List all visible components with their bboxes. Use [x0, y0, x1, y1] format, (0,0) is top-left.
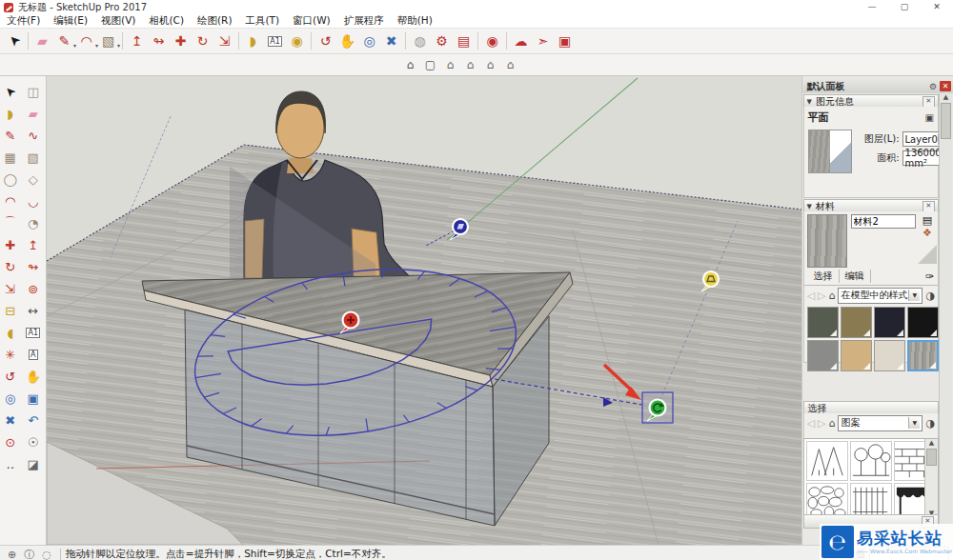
- dimension-tool[interactable]: ↔: [24, 301, 43, 320]
- eraser-tool[interactable]: ▰: [31, 30, 53, 51]
- chevron-down-icon[interactable]: ▼: [908, 290, 920, 301]
- scroll-up-icon[interactable]: ▲: [943, 93, 948, 101]
- eyedropper-icon[interactable]: ✑: [925, 270, 934, 283]
- select-tool[interactable]: ➤: [3, 30, 25, 51]
- menu-item-4[interactable]: 绘图(R): [191, 14, 239, 28]
- offset-tool[interactable]: ⊚: [24, 279, 43, 298]
- viewport-3d[interactable]: [47, 76, 801, 545]
- rotated-rectangle-tool[interactable]: ▧: [24, 148, 43, 167]
- send-to-layout-icon[interactable]: ▤: [453, 30, 475, 51]
- materials-close-button[interactable]: ✕: [923, 201, 935, 212]
- material-sample-tool[interactable]: ◉: [286, 30, 308, 51]
- line-tool[interactable]: ✎▾: [53, 30, 75, 51]
- tab-edit[interactable]: 编辑: [840, 270, 871, 283]
- maximize-button[interactable]: ▢: [888, 0, 921, 14]
- forward-arrow-icon[interactable]: ▷: [818, 290, 825, 302]
- push-pull-tool[interactable]: ↥: [24, 235, 43, 254]
- tray-close-button[interactable]: ✕: [940, 81, 951, 91]
- tape-measure-tool[interactable]: ⊟: [1, 301, 20, 320]
- move-tool[interactable]: ✚: [1, 235, 20, 254]
- geolocation-pin-icon[interactable]: ◉: [481, 30, 503, 51]
- tray-pin-icon[interactable]: ⚙: [929, 82, 937, 91]
- scale-tool[interactable]: ⇲: [213, 30, 235, 51]
- protractor-tool[interactable]: ◖: [1, 323, 20, 342]
- follow-me-tool[interactable]: ↬: [148, 30, 170, 51]
- geolocation-icon[interactable]: ⊕: [8, 549, 16, 560]
- back-arrow-icon[interactable]: ◁: [807, 417, 815, 430]
- scroll-thumb[interactable]: [941, 103, 951, 139]
- patterns-collection-select[interactable]: 图案 ▼: [838, 415, 923, 431]
- rotate-tool[interactable]: ↻: [1, 257, 20, 276]
- menu-item-5[interactable]: 工具(T): [238, 14, 286, 28]
- menu-item-6[interactable]: 窗口(W): [286, 14, 337, 28]
- polygon-tool[interactable]: ◇: [24, 170, 43, 189]
- zoom-extents-tool[interactable]: ✖: [1, 410, 20, 430]
- orbit-tool[interactable]: ↺: [314, 30, 336, 51]
- section-plane-tool[interactable]: ◪: [24, 454, 43, 473]
- paint-bucket-tool[interactable]: ◗: [1, 104, 20, 123]
- tray-title-bar[interactable]: 默认面板 ⚙ ✕: [802, 79, 953, 93]
- close-button[interactable]: ✕: [921, 0, 953, 14]
- collapse-arrow-icon[interactable]: ▼: [807, 203, 812, 210]
- menu-item-0[interactable]: 文件(F): [0, 14, 47, 28]
- position-camera-tool[interactable]: ⊙: [1, 432, 20, 451]
- entity-info-close-button[interactable]: ✕: [923, 96, 935, 108]
- paint-bucket-tool[interactable]: ◗: [242, 30, 264, 51]
- line-tool[interactable]: ✎: [1, 126, 20, 145]
- zoom-window-tool[interactable]: ▣: [24, 389, 43, 408]
- orbit-tool[interactable]: ↺: [1, 367, 20, 386]
- collapse-arrow-icon[interactable]: ▼: [807, 98, 812, 106]
- chevron-down-icon[interactable]: ▼: [908, 417, 920, 429]
- menu-item-7[interactable]: 扩展程序: [337, 14, 391, 28]
- select-tool[interactable]: ➤: [1, 82, 20, 101]
- right-view-button[interactable]: ⌂: [460, 56, 480, 74]
- scale-tool[interactable]: ⇲: [1, 279, 20, 298]
- route-pin-icon[interactable]: ➣: [532, 30, 554, 51]
- credits-icon[interactable]: ⓘ: [24, 548, 34, 560]
- look-around-tool[interactable]: ☉: [24, 432, 43, 451]
- two-point-arc-tool[interactable]: ◡: [24, 191, 43, 210]
- eraser-tool[interactable]: ▰: [24, 104, 43, 123]
- material-name-input[interactable]: [851, 214, 916, 229]
- create-material-icon[interactable]: ❖: [923, 227, 932, 239]
- text-tool[interactable]: A1: [264, 30, 286, 51]
- text-tool[interactable]: A1: [24, 323, 43, 342]
- trellis-pattern[interactable]: [850, 483, 892, 518]
- threed-text-tool[interactable]: A: [24, 345, 43, 364]
- back-view-button[interactable]: ⌂: [480, 56, 500, 74]
- move-tool[interactable]: ✚: [170, 30, 192, 51]
- menu-item-3[interactable]: 相机(C): [142, 14, 191, 28]
- swatch-olive[interactable]: [841, 307, 872, 338]
- swatch-gray[interactable]: [807, 340, 839, 371]
- details-icon[interactable]: ◑: [925, 417, 935, 430]
- scroll-up-icon[interactable]: ▲: [929, 439, 934, 447]
- swatch-dark-green-gray[interactable]: [807, 307, 839, 338]
- menu-item-1[interactable]: 编辑(E): [47, 14, 94, 28]
- previous-view-tool[interactable]: ↶: [24, 410, 43, 430]
- menu-item-8[interactable]: 帮助(H): [391, 14, 439, 28]
- front-view-button[interactable]: ⌂: [440, 56, 460, 74]
- report-icon[interactable]: ▣: [554, 30, 576, 51]
- home-icon[interactable]: ⌂: [828, 290, 835, 302]
- details-icon[interactable]: ◑: [925, 290, 935, 302]
- left-view-button[interactable]: ⌂: [500, 56, 520, 74]
- swatch-dark-navy[interactable]: [874, 307, 905, 338]
- back-arrow-icon[interactable]: ◁: [807, 290, 815, 302]
- stone-pattern[interactable]: [806, 483, 848, 518]
- round-trees-pattern[interactable]: [850, 441, 892, 481]
- pan-tool[interactable]: ✋: [24, 367, 43, 386]
- iso-view-button[interactable]: ⌂: [400, 56, 420, 74]
- pan-tool[interactable]: ✋: [336, 30, 358, 51]
- tray-scrollbar[interactable]: ▲: [939, 93, 952, 527]
- swatch-gray-wood[interactable]: [907, 340, 939, 371]
- arc-tool[interactable]: ◠: [1, 191, 20, 210]
- rectangle-tool[interactable]: ▧▾: [97, 30, 119, 51]
- walk-tool[interactable]: ‥: [1, 454, 20, 473]
- zoom-tool[interactable]: ◎: [358, 30, 380, 51]
- freehand-tool[interactable]: ∿: [24, 126, 43, 145]
- rectangle-tool[interactable]: ▦: [1, 148, 20, 167]
- pine-trees-pattern[interactable]: [806, 441, 848, 481]
- zoom-tool[interactable]: ◎: [1, 389, 20, 408]
- zoom-extents-tool[interactable]: ✖: [380, 30, 402, 51]
- rotate-tool[interactable]: ↻: [192, 30, 213, 51]
